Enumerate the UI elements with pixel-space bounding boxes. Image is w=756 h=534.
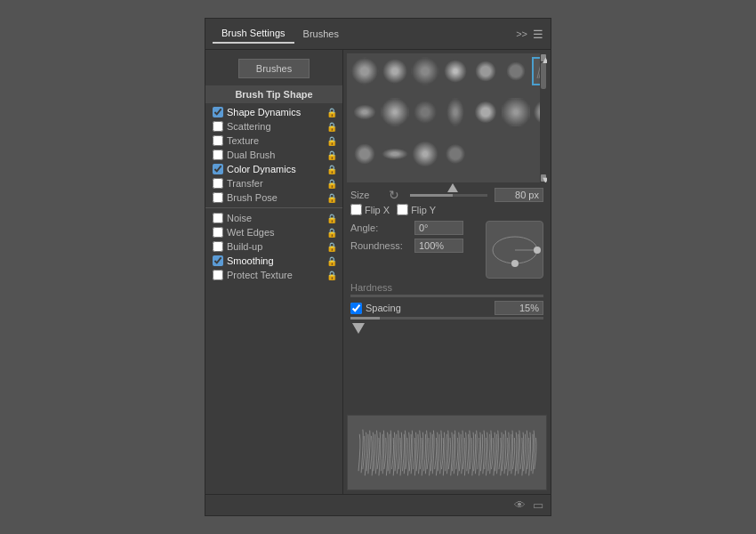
panel-body: Brushes Brush Tip Shape Shape Dynamics 🔒… <box>205 50 551 494</box>
list-item-dual-brush: Dual Brush 🔒 <box>205 148 342 162</box>
angle-label: Angle: <box>350 222 411 233</box>
panel-header-icons: >> ☰ <box>516 28 543 41</box>
spacing-slider-track[interactable] <box>350 317 543 320</box>
brush-thumb[interactable] <box>350 57 379 85</box>
list-item-build-up: Build-up 🔒 <box>205 239 342 254</box>
checkbox-dual-brush[interactable] <box>213 150 223 160</box>
label-transfer[interactable]: Transfer <box>227 178 323 189</box>
brush-thumb[interactable] <box>471 57 500 85</box>
brush-thumb[interactable] <box>350 98 379 126</box>
label-brush-pose[interactable]: Brush Pose <box>227 192 323 203</box>
checkbox-build-up[interactable] <box>213 241 223 252</box>
brush-thumb[interactable] <box>381 140 409 168</box>
checkbox-color-dynamics[interactable] <box>213 164 223 174</box>
spacing-checkbox[interactable] <box>350 303 362 314</box>
scrollbar-vertical[interactable]: ▲ ▼ <box>540 53 547 182</box>
size-slider-thumb[interactable] <box>447 183 458 192</box>
spacing-slider-fill <box>350 317 380 320</box>
flip-x-group: Flip X <box>350 204 390 215</box>
hardness-label: Hardness <box>350 282 543 293</box>
lock-icon-noise: 🔒 <box>326 214 337 223</box>
label-texture[interactable]: Texture <box>227 135 323 146</box>
spacing-label: Spacing <box>366 303 401 313</box>
checkbox-wet-edges[interactable] <box>213 227 223 238</box>
lock-icon-shape-dynamics: 🔒 <box>326 108 337 117</box>
brush-thumb[interactable] <box>441 140 470 168</box>
label-scattering[interactable]: Scattering <box>227 121 323 132</box>
checkbox-noise[interactable] <box>213 213 223 223</box>
expand-icon[interactable]: >> <box>516 28 527 39</box>
spacing-value-input[interactable] <box>495 301 543 315</box>
brushes-button[interactable]: Brushes <box>238 59 310 78</box>
tab-brush-settings[interactable]: Brush Settings <box>213 24 294 44</box>
tab-brushes[interactable]: Brushes <box>294 25 348 43</box>
angle-circle[interactable] <box>486 221 543 279</box>
panel-footer: 👁 ▭ <box>205 494 551 515</box>
label-wet-edges[interactable]: Wet Edges <box>227 227 323 238</box>
brush-thumb[interactable] <box>411 57 439 85</box>
list-item-shape-dynamics: Shape Dynamics 🔒 <box>205 105 342 119</box>
brush-stroke-preview <box>347 415 547 490</box>
angle-input[interactable] <box>414 221 463 235</box>
roundness-row: Roundness: <box>350 239 479 253</box>
brush-settings-panel: Brush Settings Brushes >> ☰ Brushes Brus… <box>205 18 551 516</box>
checkbox-texture[interactable] <box>213 135 223 146</box>
list-item-protect-texture: Protect Texture 🔒 <box>205 268 342 282</box>
lock-icon-protect-texture: 🔒 <box>326 271 337 280</box>
new-brush-icon[interactable]: ▭ <box>533 498 543 512</box>
checkbox-scattering[interactable] <box>213 121 223 132</box>
controls-area: Size ↻ Flip X Flip Y <box>343 182 551 411</box>
brush-thumb[interactable] <box>441 98 470 126</box>
spacing-row: Spacing <box>350 301 543 315</box>
size-slider-track[interactable] <box>410 194 487 197</box>
list-item-transfer: Transfer 🔒 <box>205 176 342 190</box>
brush-thumb[interactable] <box>350 140 379 168</box>
brush-tip-shape-header[interactable]: Brush Tip Shape <box>205 85 342 103</box>
hardness-slider[interactable] <box>350 295 543 297</box>
brush-thumb[interactable] <box>381 98 409 126</box>
brush-thumb[interactable] <box>411 140 439 168</box>
lock-icon-scattering: 🔒 <box>326 122 337 132</box>
checkbox-protect-texture[interactable] <box>213 270 223 280</box>
list-item-color-dynamics: Color Dynamics 🔒 <box>205 162 342 176</box>
list-item-texture: Texture 🔒 <box>205 134 342 148</box>
label-smoothing[interactable]: Smoothing <box>227 255 323 266</box>
size-row: Size ↻ <box>350 188 543 202</box>
brush-thumb[interactable] <box>411 98 439 126</box>
left-panel: Brushes Brush Tip Shape Shape Dynamics 🔒… <box>205 50 343 494</box>
brush-thumb[interactable] <box>471 98 500 126</box>
brush-thumb[interactable] <box>502 98 530 126</box>
list-item-wet-edges: Wet Edges 🔒 <box>205 225 342 239</box>
lock-icon-brush-pose: 🔒 <box>326 193 337 203</box>
brush-thumb[interactable] <box>381 57 409 85</box>
eye-icon[interactable]: 👁 <box>514 498 526 512</box>
label-build-up[interactable]: Build-up <box>227 241 323 252</box>
lock-icon-color-dynamics: 🔒 <box>326 165 337 174</box>
angle-row: Angle: <box>350 221 479 235</box>
flip-y-checkbox[interactable] <box>397 204 408 215</box>
scrollbar-thumb[interactable] <box>541 62 546 89</box>
lock-icon-build-up: 🔒 <box>326 242 337 252</box>
list-item-noise: Noise 🔒 <box>205 211 342 225</box>
brush-thumb[interactable] <box>441 57 470 85</box>
label-shape-dynamics[interactable]: Shape Dynamics <box>227 107 323 117</box>
roundness-input[interactable] <box>414 239 463 253</box>
label-noise[interactable]: Noise <box>227 213 323 223</box>
checkbox-transfer[interactable] <box>213 178 223 189</box>
lock-icon-texture: 🔒 <box>326 136 337 146</box>
checkbox-shape-dynamics[interactable] <box>213 107 223 117</box>
label-dual-brush[interactable]: Dual Brush <box>227 150 323 160</box>
menu-icon[interactable]: ☰ <box>533 28 543 41</box>
stroke-preview-svg <box>348 416 546 490</box>
brush-thumb[interactable] <box>502 57 530 85</box>
scroll-down-arrow[interactable]: ▼ <box>541 174 546 182</box>
spacing-slider-thumb[interactable] <box>352 323 365 334</box>
scroll-up-arrow[interactable]: ▲ <box>541 54 546 61</box>
label-color-dynamics[interactable]: Color Dynamics <box>227 164 323 174</box>
reset-size-icon[interactable]: ↻ <box>389 188 399 202</box>
label-protect-texture[interactable]: Protect Texture <box>227 270 323 280</box>
flip-x-checkbox[interactable] <box>350 204 362 215</box>
checkbox-brush-pose[interactable] <box>213 192 223 203</box>
size-value-input[interactable] <box>495 188 543 202</box>
checkbox-smoothing[interactable] <box>213 255 223 266</box>
